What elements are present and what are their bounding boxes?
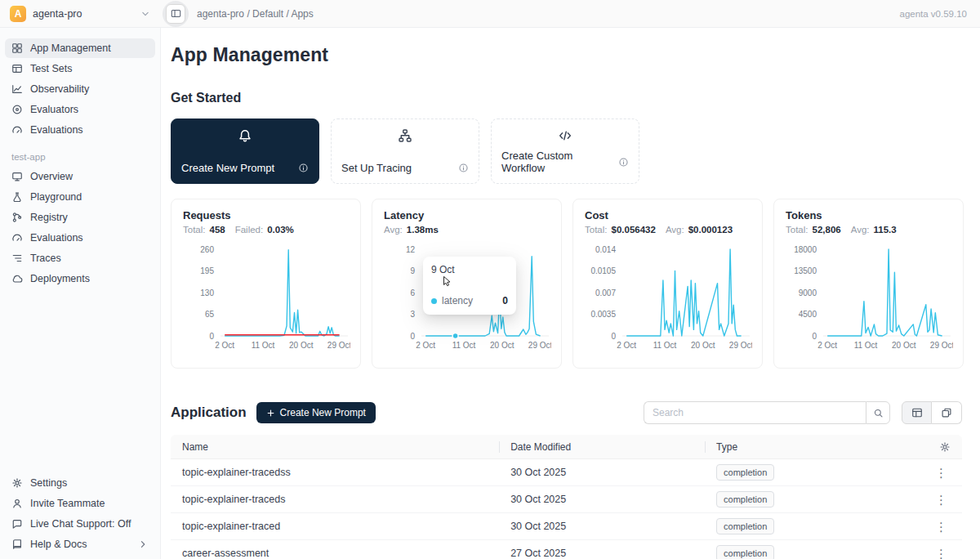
sidebar-item-observability[interactable]: Observability [5,79,155,99]
metric-label: Avg: [666,225,684,235]
registry-icon [11,212,23,223]
row-menu-button[interactable]: ⋮ [932,467,951,479]
sidebar-item-label: Traces [30,253,61,264]
sidebar-item-invite-teammate[interactable]: Invite Teammate [5,494,155,513]
metric-value: 1.38ms [407,225,439,235]
sidebar-item-label: Settings [30,477,67,489]
sidebar-item-settings[interactable]: Settings [5,473,155,493]
search-input[interactable] [644,401,866,424]
chevron-down-icon [140,8,151,20]
svg-text:2 Oct: 2 Oct [215,341,234,350]
sidebar-item-test-sets[interactable]: Test Sets [5,59,155,78]
metric-value: 0.03% [267,225,294,235]
metric-value: $0.056432 [612,225,656,235]
table-view-button[interactable] [902,401,932,424]
sidebar-item-label: Live Chat Support: Off [30,518,131,530]
svg-text:4500: 4500 [799,310,817,319]
app-date-modified: 30 Oct 2025 [499,486,705,512]
stat-chart-requests: 0651301952602 Oct11 Oct20 Oct29 Oct [183,239,350,359]
row-menu-button[interactable]: ⋮ [932,494,951,506]
overview-icon [11,171,23,182]
table-row[interactable]: topic-explainer-tracedss 30 Oct 2025 com… [171,459,962,486]
svg-text:2 Oct: 2 Oct [617,341,636,350]
workspace-switcher[interactable]: A agenta-pro [0,0,161,27]
card-view-button[interactable] [932,401,962,424]
topbar: A agenta-pro agenta-pro / Default / Apps… [0,0,980,28]
chat-icon [11,518,23,530]
search-button[interactable] [866,401,890,424]
get-started-card-set-up-tracing[interactable]: Set Up Tracing [331,119,479,184]
column-header-date-modified[interactable]: Date Modified [499,435,705,458]
get-started-card-create-custom-workflow[interactable]: Create Custom Workflow [491,119,639,184]
plus-icon [266,409,275,418]
svg-text:29 Oct: 29 Oct [327,341,350,350]
svg-text:0.014: 0.014 [595,245,616,254]
cursor-icon [441,275,452,288]
sidebar-item-traces[interactable]: Traces [5,248,155,268]
table-view-icon [911,407,923,418]
svg-text:20 Oct: 20 Oct [490,341,514,350]
svg-text:12: 12 [406,245,416,254]
sidebar-item-overview[interactable]: Overview [5,167,155,186]
row-actions: ⋮ [895,459,962,485]
grid-icon [11,42,23,54]
sidebar-item-help-docs[interactable]: Help & Docs [5,534,155,554]
create-new-prompt-button[interactable]: Create New Prompt [256,402,376,423]
sidebar-toggle-button[interactable] [166,4,185,24]
svg-text:20 Oct: 20 Oct [691,341,715,350]
svg-text:0.0105: 0.0105 [590,266,616,275]
stat-title: Requests [183,209,349,221]
sidebar-item-deployments[interactable]: Deployments [5,269,155,288]
table-row[interactable]: career-assessment 27 Oct 2025 completion… [171,540,962,559]
svg-text:0.0035: 0.0035 [590,310,616,319]
deployments-icon [11,273,23,284]
sidebar-item-registry[interactable]: Registry [5,208,155,227]
sidebar-item-evaluators[interactable]: Evaluators [5,100,155,119]
get-started-card-create-new-prompt[interactable]: Create New Prompt [171,119,319,184]
app-name[interactable]: topic-explainer-traced [171,513,499,539]
table-row[interactable]: topic-explainer-traced 30 Oct 2025 compl… [171,513,962,540]
svg-text:0.007: 0.007 [595,288,616,297]
tooltip-value: 0 [502,295,508,306]
info-icon[interactable] [298,163,309,173]
table-row[interactable]: topic-explainer-traceds 30 Oct 2025 comp… [171,486,962,513]
sidebar-item-evaluations[interactable]: Evaluations [5,228,155,248]
stat-card-tokens: Tokens Total:52,806Avg:115.3 04500900013… [773,199,964,369]
info-icon[interactable] [618,157,629,168]
app-name[interactable]: career-assessment [171,540,499,559]
sidebar-section-label: test-app [0,141,160,166]
svg-text:29 Oct: 29 Oct [930,341,953,350]
table-header: Name Date Modified Type [171,435,962,459]
stat-chart-cost: 00.00350.0070.01050.0142 Oct11 Oct20 Oct… [585,239,752,359]
applications-table: Name Date Modified Type topic-explainer-… [171,435,962,559]
row-actions: ⋮ [895,540,962,559]
table-settings-gear-icon[interactable] [939,441,951,453]
sidebar-item-playground[interactable]: Playground [5,187,155,207]
breadcrumb[interactable]: agenta-pro / Default / Apps [197,8,314,20]
row-menu-button[interactable]: ⋮ [932,548,951,559]
svg-text:130: 130 [200,288,214,297]
sidebar-item-evaluations[interactable]: Evaluations [5,120,155,140]
tracing-icon [341,128,469,143]
app-root: A agenta-pro agenta-pro / Default / Apps… [0,0,980,559]
svg-text:18000: 18000 [794,245,817,254]
series-dot-icon [431,298,437,304]
sidebar-item-label: App Management [30,42,111,54]
panel-icon [171,8,181,19]
metric-value: $0.000123 [688,225,733,235]
row-menu-button[interactable]: ⋮ [932,521,951,533]
column-header-name[interactable]: Name [171,435,499,458]
view-toggle [902,401,962,424]
app-name[interactable]: topic-explainer-traceds [171,486,499,512]
metric-value: 115.3 [874,225,897,235]
sidebar-item-live-chat-support-off[interactable]: Live Chat Support: Off [5,514,155,534]
card-bottom: Set Up Tracing [341,162,469,174]
column-header-type[interactable]: Type [705,435,895,458]
stat-title: Cost [585,209,751,221]
sidebar-item-app-management[interactable]: App Management [5,38,155,58]
sidebar-item-label: Evaluators [30,104,78,115]
info-icon[interactable] [458,163,469,173]
app-name[interactable]: topic-explainer-tracedss [171,459,499,485]
sidebar-item-label: Evaluations [30,232,83,244]
column-header-actions [895,435,962,458]
